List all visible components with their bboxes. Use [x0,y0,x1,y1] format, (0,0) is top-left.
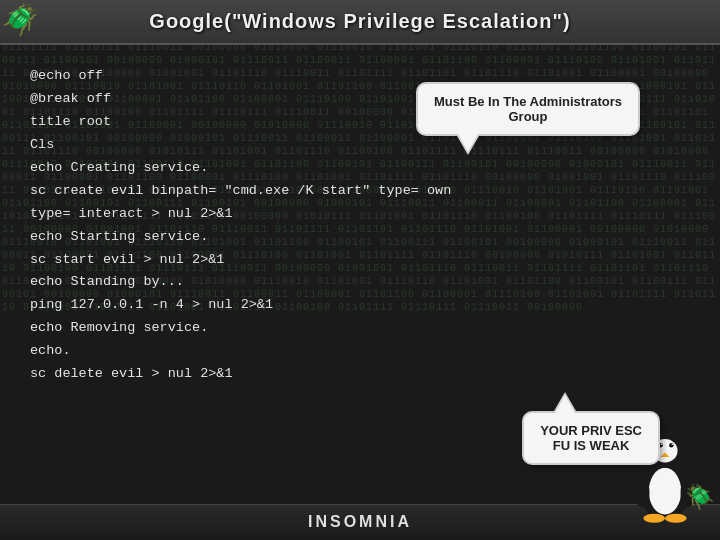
footer-text: INSOMNIA [308,513,412,530]
callout-top-line2: Group [508,109,547,124]
svg-point-13 [643,514,665,523]
svg-point-14 [665,514,687,523]
callout-top-bubble: Must Be In The Administrators Group [416,82,640,136]
bug-icon-top-left: 🪲 [2,2,39,39]
svg-point-1 [649,468,681,515]
svg-point-8 [669,443,674,448]
callout-bottom-line1: YOUR PRIV ESC [540,423,642,438]
page-footer: INSOMNIA [0,504,720,540]
bug-icon-bottom-right: 🪲 [685,483,715,512]
page-header: Google("Windows Privilege Escalation") [0,0,720,45]
page-title: Google("Windows Privilege Escalation") [149,10,570,32]
callout-top-line1: Must Be In The Administrators [434,94,622,109]
callout-bottom-bubble: YOUR PRIV ESC FU IS WEAK [522,411,660,465]
svg-point-6 [661,444,662,445]
svg-point-9 [671,444,672,445]
callout-bottom-line2: FU IS WEAK [553,438,630,453]
